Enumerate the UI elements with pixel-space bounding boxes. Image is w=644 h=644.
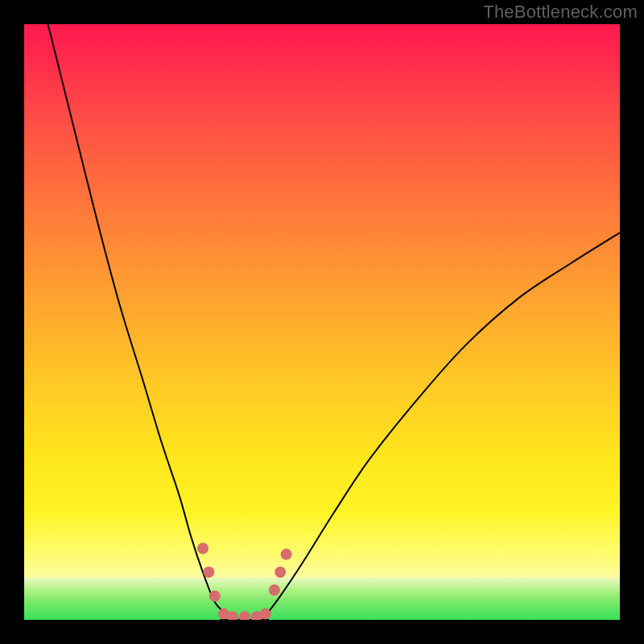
- dots-layer: [24, 24, 620, 620]
- trough-markers: [197, 543, 292, 620]
- trough-dot: [269, 584, 280, 596]
- trough-dot: [197, 543, 208, 554]
- trough-dot: [275, 567, 286, 578]
- chart-frame: TheBottleneck.com: [0, 0, 644, 644]
- watermark-text: TheBottleneck.com: [483, 2, 638, 23]
- trough-dot: [203, 567, 214, 578]
- trough-dot: [260, 609, 271, 620]
- trough-dot: [281, 549, 292, 560]
- trough-dot: [209, 590, 221, 601]
- trough-dot: [239, 611, 250, 620]
- plot-area: [24, 24, 620, 620]
